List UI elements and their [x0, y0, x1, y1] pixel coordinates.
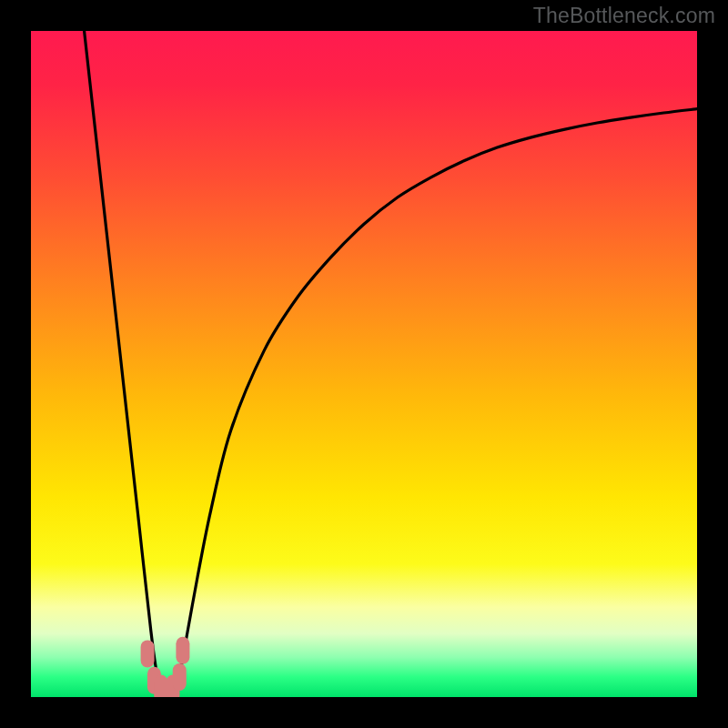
watermark-text: TheBottleneck.com	[533, 4, 715, 28]
data-marker	[176, 637, 189, 664]
plot-area	[31, 31, 697, 697]
data-marker	[141, 640, 155, 667]
data-marker	[173, 663, 187, 691]
data-marker	[154, 674, 167, 697]
bottleneck-curve	[31, 31, 697, 697]
chart-frame: TheBottleneck.com	[0, 0, 728, 728]
